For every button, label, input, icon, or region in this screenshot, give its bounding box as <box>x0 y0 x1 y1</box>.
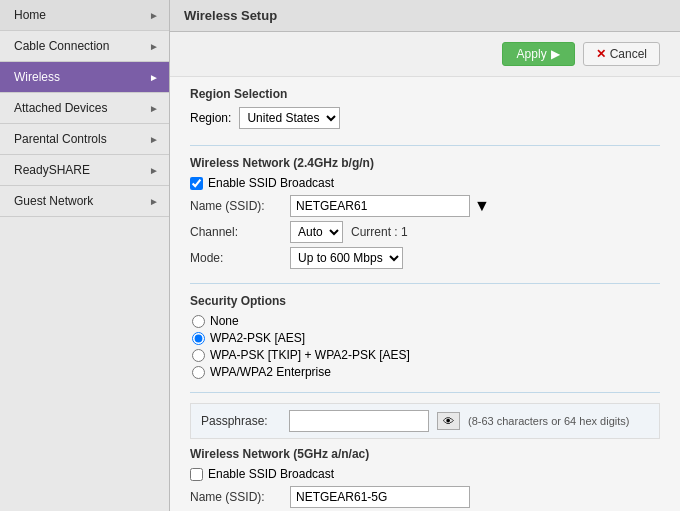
main-content: Wireless Setup Apply ▶ ✕ Cancel Region S… <box>170 0 680 511</box>
region-row: Region: United States <box>190 107 660 129</box>
security-24-option-2-label: WPA-PSK [TKIP] + WPA2-PSK [AES] <box>210 348 410 362</box>
security-24-option-1: WPA2-PSK [AES] <box>192 331 660 345</box>
chevron-right-icon: ► <box>149 196 159 207</box>
arrow-right-icon: ▶ <box>551 47 560 61</box>
enable-ssid-24-label: Enable SSID Broadcast <box>208 176 334 190</box>
security-24-title: Security Options <box>190 294 660 308</box>
ssid-name-24-label: Name (SSID): <box>190 199 290 213</box>
sidebar-item-label: Attached Devices <box>14 101 107 115</box>
security-24-radio-2[interactable] <box>192 349 205 362</box>
channel-24-select[interactable]: Auto <box>290 221 343 243</box>
close-icon: ✕ <box>596 47 606 61</box>
channel-24-label: Channel: <box>190 225 290 239</box>
passphrase-row: Passphrase: 👁 (8-63 characters or 64 hex… <box>190 403 660 439</box>
mode-24-label: Mode: <box>190 251 290 265</box>
security-24-option-3-label: WPA/WPA2 Enterprise <box>210 365 331 379</box>
region-label: Region: <box>190 111 231 125</box>
wireless-24-title: Wireless Network (2.4GHz b/g/n) <box>190 156 660 170</box>
security-24-option-3: WPA/WPA2 Enterprise <box>192 365 660 379</box>
region-section-title: Region Selection <box>190 87 660 101</box>
channel-24-current: Current : 1 <box>351 225 408 239</box>
chevron-right-icon: ► <box>149 165 159 176</box>
cancel-button[interactable]: ✕ Cancel <box>583 42 660 66</box>
region-select[interactable]: United States <box>239 107 340 129</box>
security-24-radio-1[interactable] <box>192 332 205 345</box>
apply-button[interactable]: Apply ▶ <box>502 42 575 66</box>
sidebar-item-label: Cable Connection <box>14 39 109 53</box>
security-24-radio-group: None WPA2-PSK [AES] WPA-PSK [TKIP] + WPA… <box>192 314 660 379</box>
sidebar-item-wireless[interactable]: Wireless ► <box>0 62 169 93</box>
mode-24-select[interactable]: Up to 600 Mbps <box>290 247 403 269</box>
sidebar-item-readyshare[interactable]: ReadySHARE ► <box>0 155 169 186</box>
sidebar-item-parental-controls[interactable]: Parental Controls ► <box>0 124 169 155</box>
sidebar-item-label: ReadySHARE <box>14 163 90 177</box>
passphrase-label: Passphrase: <box>201 414 281 428</box>
sidebar-item-label: Home <box>14 8 46 22</box>
sidebar-item-cable[interactable]: Cable Connection ► <box>0 31 169 62</box>
sidebar-item-label: Wireless <box>14 70 60 84</box>
chevron-right-icon: ► <box>149 41 159 52</box>
passphrase-hint: (8-63 characters or 64 hex digits) <box>468 415 629 427</box>
wireless-5g-title: Wireless Network (5GHz a/n/ac) <box>190 447 660 461</box>
ssid-name-5g-row: Name (SSID): <box>190 486 660 508</box>
enable-ssid-24-row: Enable SSID Broadcast <box>190 176 660 190</box>
security-24-option-0: None <box>192 314 660 328</box>
dropdown-icon[interactable]: ▼ <box>474 197 490 215</box>
chevron-right-icon: ► <box>149 10 159 21</box>
toolbar: Apply ▶ ✕ Cancel <box>170 32 680 77</box>
region-section: Region Selection Region: United States <box>190 87 660 146</box>
security-24-section: Security Options None WPA2-PSK [AES] WPA… <box>190 294 660 393</box>
ssid-name-24-input[interactable] <box>290 195 470 217</box>
chevron-right-icon: ► <box>149 103 159 114</box>
sidebar-item-home[interactable]: Home ► <box>0 0 169 31</box>
chevron-right-icon: ► <box>149 134 159 145</box>
security-24-option-1-label: WPA2-PSK [AES] <box>210 331 305 345</box>
enable-ssid-5g-row: Enable SSID Broadcast <box>190 467 660 481</box>
security-24-radio-3[interactable] <box>192 366 205 379</box>
sidebar-item-guest-network[interactable]: Guest Network ► <box>0 186 169 217</box>
enable-ssid-5g-label: Enable SSID Broadcast <box>208 467 334 481</box>
security-24-radio-0[interactable] <box>192 315 205 328</box>
passphrase-input[interactable] <box>289 410 429 432</box>
sidebar-item-label: Parental Controls <box>14 132 107 146</box>
security-24-option-0-label: None <box>210 314 239 328</box>
ssid-name-5g-label: Name (SSID): <box>190 490 290 504</box>
enable-ssid-24-checkbox[interactable] <box>190 177 203 190</box>
wireless-24-section: Wireless Network (2.4GHz b/g/n) Enable S… <box>190 156 660 284</box>
sidebar-item-attached-devices[interactable]: Attached Devices ► <box>0 93 169 124</box>
enable-ssid-5g-checkbox[interactable] <box>190 468 203 481</box>
form-body: Region Selection Region: United States W… <box>170 77 680 511</box>
sidebar-item-label: Guest Network <box>14 194 93 208</box>
chevron-right-icon: ► <box>149 72 159 83</box>
ssid-name-5g-input[interactable] <box>290 486 470 508</box>
sidebar: Home ► Cable Connection ► Wireless ► Att… <box>0 0 170 511</box>
page-title: Wireless Setup <box>170 0 680 32</box>
channel-24-row: Channel: Auto Current : 1 <box>190 221 660 243</box>
wireless-5g-section: Wireless Network (5GHz a/n/ac) Enable SS… <box>190 447 660 511</box>
passphrase-show-button[interactable]: 👁 <box>437 412 460 430</box>
ssid-name-24-row: Name (SSID): ▼ <box>190 195 660 217</box>
mode-24-row: Mode: Up to 600 Mbps <box>190 247 660 269</box>
security-24-option-2: WPA-PSK [TKIP] + WPA2-PSK [AES] <box>192 348 660 362</box>
